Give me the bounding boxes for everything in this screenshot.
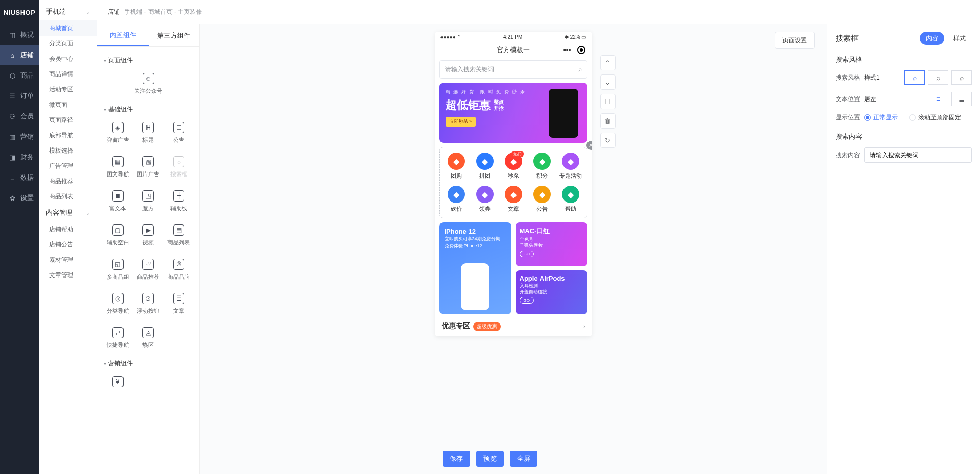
props-tab-content[interactable]: 内容	[920, 32, 944, 45]
component-item[interactable]: ◎分类导航	[104, 288, 132, 320]
sub-item[interactable]: 店铺公告	[39, 237, 97, 252]
sub-head[interactable]: 手机端 ⌄	[39, 3, 97, 20]
nav-cell[interactable]: ◆公告	[528, 186, 556, 213]
section-banner[interactable]: 图片广告 精 选 好 货 限 时 免 费 秒 杀 超低钜惠整点开抢 立即秒杀 »	[435, 81, 592, 145]
nav-cell[interactable]: 热门◆秒杀	[499, 153, 528, 180]
component-item[interactable]: H标题	[134, 117, 163, 149]
fullscreen-button[interactable]: 全屏	[510, 451, 537, 467]
component-item[interactable]: ⇄快捷导航	[104, 322, 132, 354]
delete-button[interactable]: 🗑	[600, 113, 616, 129]
sub-item[interactable]: 底部导航	[39, 128, 97, 143]
component-item[interactable]: ≣富文本	[104, 185, 132, 217]
component-icon: ⇄	[112, 327, 124, 338]
sub-item[interactable]: 商品详情	[39, 66, 97, 82]
nav-cell[interactable]: ◆专题活动	[556, 153, 585, 180]
nav-cell[interactable]: ◆团购	[442, 153, 471, 180]
nav-item[interactable]: ≡数据	[0, 167, 39, 188]
component-item[interactable]: ☐公告	[164, 117, 193, 149]
copy-button[interactable]: ❐	[600, 94, 616, 109]
component-item[interactable]: ☰文章	[164, 288, 193, 320]
nav-item[interactable]: ✿设置	[0, 188, 39, 208]
component-icon: ⊙	[142, 293, 154, 304]
target-icon	[577, 46, 585, 54]
sub-item[interactable]: 页面路径	[39, 112, 97, 128]
search-style-2[interactable]: ⌕	[928, 70, 948, 85]
comp-tab-builtin[interactable]: 内置组件	[97, 24, 149, 46]
search-placeholder: 请输入搜索关键词	[445, 65, 494, 74]
component-item[interactable]: ▢辅助空白	[104, 219, 132, 252]
component-icon: ≣	[112, 190, 124, 202]
nav-cell[interactable]: ◆帮助	[556, 186, 585, 213]
sub-item[interactable]: 广告管理	[39, 158, 97, 173]
sub-item[interactable]: 模板选择	[39, 143, 97, 158]
component-item[interactable]: ♡商品推荐	[134, 254, 163, 286]
component-icon: ♡	[142, 259, 154, 270]
search-content-input[interactable]	[864, 147, 972, 163]
component-item[interactable]: ◬热区	[134, 322, 163, 354]
component-item[interactable]: ☺关注公众号	[104, 68, 193, 100]
props-tab-style[interactable]: 样式	[947, 32, 972, 45]
section-search[interactable]: 搜索框 请输入搜索关键词 ⌕	[435, 58, 592, 81]
component-item[interactable]: ▤商品列表	[164, 219, 193, 252]
nav-cell-icon: ◆	[562, 186, 579, 203]
nav-item[interactable]: ◫概况	[0, 24, 39, 45]
section-mofang[interactable]: 魔方 iPhone 12 立即购买可享24期免息分期 免费体验iPhone12 …	[435, 220, 592, 316]
nav-cell[interactable]: ◆积分	[528, 153, 556, 180]
nav-item[interactable]: ⌂店铺	[0, 45, 39, 65]
search-style-1[interactable]: ⌕	[904, 70, 925, 85]
canvas[interactable]: 页面设置 ⌃⌄❐🗑↻ ●●●●● ⌃ 4:21 PM ✱ 22% ▭ 官方模板一…	[200, 24, 827, 474]
more-icon: •••	[564, 46, 571, 54]
nav-item[interactable]: ◨财务	[0, 147, 39, 167]
component-item[interactable]: ⊙浮动按钮	[134, 288, 163, 320]
align-center[interactable]: ≣	[951, 92, 972, 106]
component-item[interactable]: ▶视频	[134, 219, 163, 252]
align-left[interactable]: ≡	[928, 92, 948, 106]
sub-item[interactable]: 分类页面	[39, 36, 97, 51]
comp-tab-3rd[interactable]: 第三方组件	[149, 24, 200, 46]
nav-cell[interactable]: ◆文章	[499, 186, 528, 213]
component-item[interactable]: ®商品品牌	[164, 254, 193, 286]
component-item[interactable]: ▦图文导航	[104, 151, 132, 183]
component-item[interactable]: ◳魔方	[134, 185, 163, 217]
sub-item[interactable]: 会员中心	[39, 51, 97, 66]
nav-item[interactable]: ⚇会员	[0, 106, 39, 127]
nav-item[interactable]: ▥营销	[0, 127, 39, 147]
component-item[interactable]: ◈弹窗广告	[104, 117, 132, 149]
sub-item[interactable]: 活动专区	[39, 82, 97, 97]
page-settings-button[interactable]: 页面设置	[775, 32, 815, 49]
nav-cell[interactable]: ◆领券	[471, 186, 499, 213]
preview-button[interactable]: 预览	[476, 451, 504, 467]
sub-item[interactable]: 商城首页	[39, 20, 97, 36]
move-up-button[interactable]: ⌃	[600, 55, 616, 70]
component-icon: ☺	[143, 73, 154, 84]
move-down-button[interactable]: ⌄	[600, 74, 616, 90]
sub-item[interactable]: 微页面	[39, 97, 97, 112]
nav-cell[interactable]: ◆拼团	[471, 153, 499, 180]
sub-item[interactable]: 素材管理	[39, 252, 97, 267]
sub-category[interactable]: 内容管理⌄	[39, 204, 97, 221]
component-panel: 内置组件 第三方组件 ▾ 页面组件☺关注公众号▾ 基础组件◈弹窗广告H标题☐公告…	[97, 24, 200, 474]
nav-icon: ◨	[8, 153, 16, 161]
radio-normal[interactable]: 正常显示	[864, 113, 898, 122]
save-button[interactable]: 保存	[443, 451, 470, 467]
radio-sticky[interactable]: 滚动至顶部固定	[909, 113, 961, 122]
sub-item[interactable]: 店铺帮助	[39, 221, 97, 237]
sub-item[interactable]: 文章管理	[39, 267, 97, 283]
nav-item[interactable]: ⬡商品	[0, 65, 39, 86]
section-navgrid[interactable]: 图文导航 ✕ ◆团购◆拼团热门◆秒杀◆积分◆专题活动◆砍价◆领券◆文章◆公告◆帮…	[435, 145, 592, 220]
nav-cell[interactable]: ◆砍价	[442, 186, 471, 213]
sub-item[interactable]: 商品列表	[39, 189, 97, 204]
component-item[interactable]: ▧图片广告	[134, 151, 163, 183]
component-item[interactable]: ◱多商品组	[104, 254, 132, 286]
component-item[interactable]: ¥	[104, 371, 132, 395]
search-style-3[interactable]: ⌕	[951, 70, 972, 85]
component-item[interactable]: ⌕搜索框	[164, 151, 193, 183]
nav-cell-icon: ◆	[448, 186, 465, 203]
phone-title-bar: 官方模板一 •••	[435, 42, 592, 58]
nav-icon: ☰	[8, 92, 16, 100]
sub-item[interactable]: 商品推荐	[39, 173, 97, 189]
refresh-button[interactable]: ↻	[600, 133, 616, 148]
nav-item[interactable]: ☰订单	[0, 86, 39, 106]
section-title[interactable]: 标题 优惠专区超级优惠 ›	[435, 316, 592, 336]
component-item[interactable]: ┿辅助线	[164, 185, 193, 217]
